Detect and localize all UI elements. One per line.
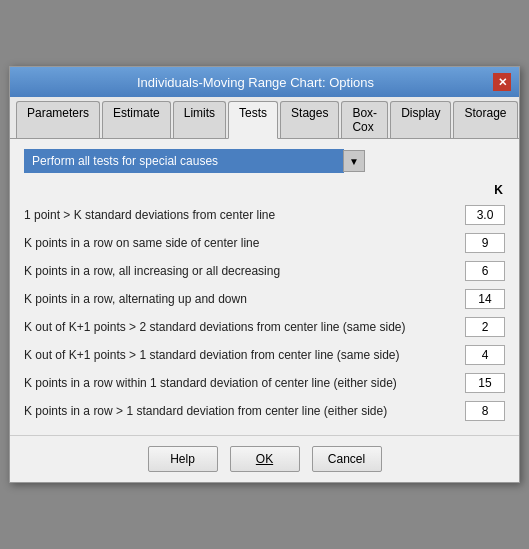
test-label-4: K points in a row, alternating up and do…: [24, 292, 465, 306]
test-row: K out of K+1 points > 1 standard deviati…: [24, 341, 505, 369]
test-label-1: 1 point > K standard deviations from cen…: [24, 208, 465, 222]
tab-boxcox[interactable]: Box-Cox: [341, 101, 388, 138]
test-input-5[interactable]: [465, 317, 505, 337]
dropdown-arrow-icon[interactable]: ▼: [343, 150, 365, 172]
help-button[interactable]: Help: [148, 446, 218, 472]
test-label-5: K out of K+1 points > 2 standard deviati…: [24, 320, 465, 334]
tabs-container: Parameters Estimate Limits Tests Stages …: [10, 97, 519, 139]
k-column-header: K: [24, 183, 505, 197]
tests-table: 1 point > K standard deviations from cen…: [24, 201, 505, 425]
test-row: K points in a row, alternating up and do…: [24, 285, 505, 313]
test-label-2: K points in a row on same side of center…: [24, 236, 465, 250]
tab-limits[interactable]: Limits: [173, 101, 226, 138]
dropdown-row: Perform all tests for special causes Per…: [24, 149, 505, 173]
dialog: Individuals-Moving Range Chart: Options …: [9, 66, 520, 483]
test-label-6: K out of K+1 points > 1 standard deviati…: [24, 348, 465, 362]
test-row: K points in a row on same side of center…: [24, 229, 505, 257]
test-type-select[interactable]: Perform all tests for special causes Per…: [24, 149, 344, 173]
test-input-8[interactable]: [465, 401, 505, 421]
test-input-3[interactable]: [465, 261, 505, 281]
test-row: 1 point > K standard deviations from cen…: [24, 201, 505, 229]
test-row: K out of K+1 points > 2 standard deviati…: [24, 313, 505, 341]
test-input-7[interactable]: [465, 373, 505, 393]
title-bar: Individuals-Moving Range Chart: Options …: [10, 67, 519, 97]
cancel-button[interactable]: Cancel: [312, 446, 382, 472]
tab-storage[interactable]: Storage: [453, 101, 517, 138]
tab-parameters[interactable]: Parameters: [16, 101, 100, 138]
test-label-8: K points in a row > 1 standard deviation…: [24, 404, 465, 418]
test-label-7: K points in a row within 1 standard devi…: [24, 376, 465, 390]
test-row: K points in a row within 1 standard devi…: [24, 369, 505, 397]
tab-tests[interactable]: Tests: [228, 101, 278, 139]
dialog-title: Individuals-Moving Range Chart: Options: [18, 75, 493, 90]
test-row: K points in a row, all increasing or all…: [24, 257, 505, 285]
content-area: Perform all tests for special causes Per…: [10, 139, 519, 435]
test-input-4[interactable]: [465, 289, 505, 309]
test-input-2[interactable]: [465, 233, 505, 253]
tab-estimate[interactable]: Estimate: [102, 101, 171, 138]
test-row: K points in a row > 1 standard deviation…: [24, 397, 505, 425]
test-input-6[interactable]: [465, 345, 505, 365]
footer: Help OK Cancel: [10, 435, 519, 482]
test-input-1[interactable]: [465, 205, 505, 225]
tab-display[interactable]: Display: [390, 101, 451, 138]
test-label-3: K points in a row, all increasing or all…: [24, 264, 465, 278]
tab-stages[interactable]: Stages: [280, 101, 339, 138]
ok-button[interactable]: OK: [230, 446, 300, 472]
close-button[interactable]: ✕: [493, 73, 511, 91]
